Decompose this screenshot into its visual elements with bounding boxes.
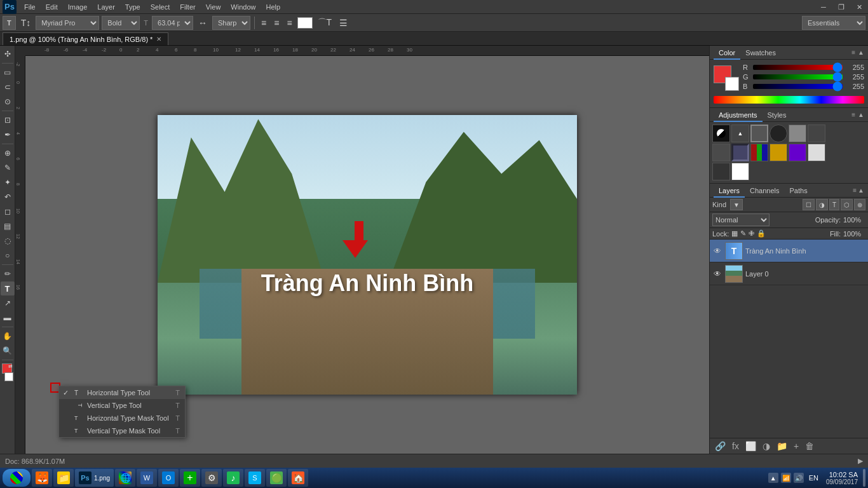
- layer-mask-btn[interactable]: ⬜: [743, 440, 759, 452]
- menu-file[interactable]: File: [19, 0, 41, 14]
- doc-tab[interactable]: 1.png @ 100% (Tràng An Ninh Bình, RGB/8)…: [3, 32, 168, 45]
- restore-button[interactable]: ❐: [832, 0, 850, 14]
- font-family-select[interactable]: Myriad Pro: [36, 16, 99, 30]
- crop-tool[interactable]: ⊡: [1, 113, 15, 127]
- lock-transparent-btn[interactable]: ▦: [731, 229, 738, 238]
- align-center-button[interactable]: ≡: [271, 17, 281, 29]
- layers-collapse[interactable]: ▲: [858, 187, 864, 194]
- menu-layer[interactable]: Layer: [92, 0, 120, 14]
- layers-tab[interactable]: Layers: [714, 184, 745, 198]
- kind-filter-btn[interactable]: ▼: [730, 199, 743, 210]
- stamp-tool[interactable]: ✦: [1, 175, 15, 189]
- layer-delete-btn[interactable]: 🗑: [803, 440, 817, 452]
- color-fg-bg[interactable]: [714, 65, 739, 91]
- swap-colors-icon[interactable]: ⇄: [8, 363, 13, 369]
- close-button[interactable]: ✕: [850, 0, 868, 14]
- layer-group-btn[interactable]: 📁: [774, 440, 790, 452]
- styles-tab[interactable]: Styles: [763, 108, 792, 122]
- path-select-tool[interactable]: ↗: [1, 296, 15, 310]
- dodge-tool[interactable]: ○: [1, 248, 15, 262]
- layer-visibility-1[interactable]: 👁: [712, 246, 722, 256]
- pen-tool[interactable]: ✏: [1, 267, 15, 281]
- adj-selected[interactable]: [750, 125, 768, 142]
- layer-adj-btn[interactable]: ◑: [760, 440, 773, 452]
- layer-new-btn[interactable]: +: [791, 440, 801, 452]
- gradient-tool[interactable]: ▤: [1, 219, 15, 233]
- background-swatch[interactable]: [725, 77, 739, 91]
- color-panel-header[interactable]: Color Swatches ≡ ▲: [710, 46, 868, 60]
- workspace-select[interactable]: Essentials: [802, 16, 865, 30]
- hand-tool[interactable]: ✋: [1, 329, 15, 343]
- adj-panel-menu[interactable]: ≡: [851, 111, 855, 118]
- adj-panel-header[interactable]: Adjustments Styles ≡ ▲: [710, 108, 868, 122]
- adj-brightness[interactable]: [712, 125, 730, 142]
- ctx-vertical-type[interactable]: T Vertical Type Tool T: [59, 399, 185, 412]
- zoom-tool[interactable]: 🔍: [1, 344, 15, 358]
- adjustments-tab[interactable]: Adjustments: [714, 108, 763, 122]
- text-color-swatch[interactable]: [297, 17, 313, 29]
- menu-view[interactable]: View: [201, 0, 226, 14]
- minimize-button[interactable]: ─: [815, 0, 832, 14]
- layer-fx-btn[interactable]: fx: [729, 440, 742, 452]
- ctx-horizontal-mask[interactable]: T Horizontal Type Mask Tool T: [59, 412, 185, 424]
- adj-curves[interactable]: [770, 125, 787, 142]
- adj-posterize[interactable]: [712, 163, 730, 180]
- antialiasing-select[interactable]: Sharp: [212, 16, 250, 30]
- layer-visibility-2[interactable]: 👁: [712, 269, 722, 279]
- align-left-button[interactable]: ≡: [259, 17, 269, 29]
- shape-tool[interactable]: ▬: [1, 311, 15, 325]
- adj-panel-collapse[interactable]: ▲: [858, 111, 864, 118]
- explorer-btn[interactable]: 📁: [53, 469, 74, 487]
- filter-pixel-btn[interactable]: ☐: [803, 199, 815, 210]
- show-desktop-btn[interactable]: [863, 469, 865, 487]
- lock-image-btn[interactable]: ✎: [740, 229, 746, 238]
- lock-position-btn[interactable]: ✙: [749, 229, 754, 238]
- char-paragraph-button[interactable]: ☰: [337, 17, 350, 29]
- ctx-horizontal-type[interactable]: ✓ T Horizontal Type Tool T: [59, 386, 185, 399]
- doc-tab-close[interactable]: ✕: [156, 33, 161, 46]
- menu-type[interactable]: Type: [120, 0, 146, 14]
- rect-select-tool[interactable]: ▭: [1, 65, 15, 79]
- channels-tab[interactable]: Channels: [745, 184, 784, 198]
- adj-channel-mixer[interactable]: [750, 144, 768, 161]
- word-btn[interactable]: W: [137, 469, 157, 487]
- adj-invert[interactable]: [808, 144, 825, 161]
- resize-icon[interactable]: ↔: [196, 17, 210, 29]
- ctx-vertical-mask[interactable]: T Vertical Type Mask Tool T: [59, 424, 185, 437]
- adj-saturation[interactable]: [808, 125, 825, 142]
- filter-shape-btn[interactable]: ⬡: [841, 199, 853, 210]
- blur-tool[interactable]: ◌: [1, 234, 15, 248]
- warp-text-button[interactable]: ⌒T: [315, 16, 335, 30]
- background-color[interactable]: [4, 372, 13, 381]
- eraser-tool[interactable]: ◻: [1, 205, 15, 219]
- settings-btn[interactable]: ⚙: [201, 469, 222, 487]
- tray-network[interactable]: 📶: [781, 473, 791, 483]
- filter-smart-btn[interactable]: ⊕: [854, 199, 865, 210]
- layer-link-btn[interactable]: 🔗: [712, 440, 728, 452]
- canvas-image[interactable]: Tràng An Ninh Bình: [158, 115, 577, 395]
- menu-help[interactable]: Help: [261, 0, 285, 14]
- menu-window[interactable]: Window: [226, 0, 261, 14]
- paths-tab[interactable]: Paths: [785, 184, 813, 198]
- font-style-select[interactable]: Bold: [102, 16, 140, 30]
- layers-panel-menu[interactable]: ≡: [853, 187, 857, 194]
- blend-mode-select[interactable]: Normal: [712, 214, 770, 226]
- lasso-tool[interactable]: ⊂: [1, 80, 15, 94]
- menu-image[interactable]: Image: [63, 0, 93, 14]
- move-tool[interactable]: ✣: [1, 47, 15, 61]
- b-slider[interactable]: [753, 84, 843, 89]
- g-slider[interactable]: [753, 74, 843, 79]
- r-slider[interactable]: [753, 65, 843, 70]
- adj-gradient-map[interactable]: [770, 144, 787, 161]
- status-arrow[interactable]: ▶: [858, 457, 863, 465]
- healing-tool[interactable]: ⊕: [1, 146, 15, 160]
- add-btn[interactable]: +: [180, 469, 200, 487]
- adj-levels[interactable]: ▲: [731, 125, 749, 142]
- tray-up-arrow[interactable]: ▲: [768, 473, 778, 483]
- menu-edit[interactable]: Edit: [41, 0, 63, 14]
- adj-selective[interactable]: [789, 144, 806, 161]
- filter-adj-btn[interactable]: ◑: [816, 199, 828, 210]
- skype-btn[interactable]: S: [245, 469, 265, 487]
- align-right-button[interactable]: ≡: [284, 17, 294, 29]
- text-orient-button[interactable]: T↕: [18, 17, 34, 29]
